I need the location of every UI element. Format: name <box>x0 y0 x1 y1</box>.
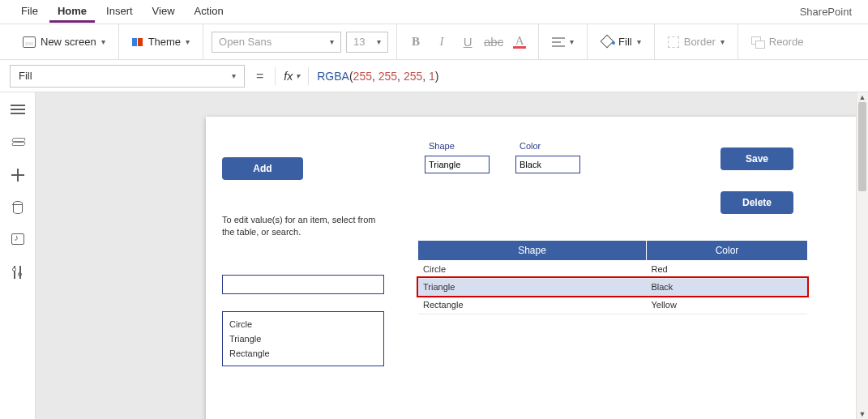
menu-bar: File Home Insert View Action SharePoint <box>0 0 868 24</box>
brand-label: SharePoint <box>800 6 855 18</box>
theme-label: Theme <box>148 36 181 48</box>
reorder-icon <box>751 36 764 48</box>
chevron-down-icon: ▾ <box>186 37 190 46</box>
reorder-button[interactable]: Reorde <box>746 32 809 51</box>
table-row[interactable]: Rectangle Yellow <box>418 296 807 314</box>
left-rail <box>0 92 36 419</box>
strikethrough-button[interactable]: abc <box>483 35 504 49</box>
search-input[interactable] <box>222 275 384 294</box>
equals-label: = <box>253 69 267 83</box>
hamburger-icon[interactable] <box>11 104 25 115</box>
font-size-value: 13 <box>353 36 365 48</box>
underline-button[interactable]: U <box>457 35 478 49</box>
data-table[interactable]: Shape Color Circle Red Triangle Black <box>418 241 807 314</box>
menu-home[interactable]: Home <box>49 2 95 23</box>
chevron-down-icon: ▾ <box>377 37 381 46</box>
border-button[interactable]: Border ▾ <box>663 32 729 51</box>
border-icon <box>668 36 679 48</box>
font-color-button[interactable]: A <box>509 35 530 49</box>
ribbon: New screen ▾ Theme ▾ Open Sans ▾ 13 ▾ B … <box>0 24 868 60</box>
formula-fn: RGBA <box>317 70 349 83</box>
tree-view-icon[interactable] <box>11 136 25 148</box>
menu-bar-items: File Home Insert View Action <box>13 2 232 23</box>
property-select[interactable]: Fill ▾ <box>10 65 245 88</box>
app-canvas[interactable]: Add Save Delete Shape Color To edit valu… <box>206 117 868 419</box>
hint-text: To edit value(s) for an item, select fro… <box>222 214 376 238</box>
font-color-swatch <box>513 46 526 49</box>
menu-view[interactable]: View <box>144 2 183 23</box>
fx-button[interactable]: fx ▾ <box>284 70 300 83</box>
scroll-thumb[interactable] <box>858 102 866 191</box>
formula-input[interactable]: RGBA(255, 255, 255, 1) <box>317 70 858 83</box>
border-label: Border <box>684 36 716 48</box>
col-header-shape[interactable]: Shape <box>418 241 646 260</box>
fill-icon <box>601 36 614 48</box>
insert-icon[interactable] <box>11 169 25 180</box>
shape-field-label: Shape <box>429 141 455 151</box>
scroll-up-icon[interactable]: ▲ <box>857 93 868 101</box>
align-button[interactable]: ▾ <box>547 34 579 50</box>
chevron-down-icon: ▾ <box>720 37 725 46</box>
vertical-scrollbar[interactable]: ▲ ▼ <box>856 92 868 419</box>
fill-button[interactable]: Fill ▾ <box>596 32 646 51</box>
screen-icon <box>23 36 36 48</box>
chevron-down-icon: ▾ <box>637 37 641 46</box>
font-family-select[interactable]: Open Sans ▾ <box>212 32 341 53</box>
shape-listbox[interactable]: Circle Triangle Rectangle <box>222 311 384 366</box>
menu-insert[interactable]: Insert <box>98 2 141 23</box>
add-button[interactable]: Add <box>222 157 303 180</box>
app-preview: Add Save Delete Shape Color To edit valu… <box>206 117 868 419</box>
align-icon <box>552 37 565 47</box>
data-icon[interactable] <box>11 201 25 212</box>
advanced-tools-icon[interactable] <box>11 266 25 277</box>
table-row[interactable]: Circle Red <box>418 260 807 278</box>
new-screen-button[interactable]: New screen ▾ <box>18 32 110 51</box>
chevron-down-icon: ▾ <box>232 71 236 80</box>
canvas-area: Add Save Delete Shape Color To edit valu… <box>36 92 868 419</box>
menu-action[interactable]: Action <box>186 2 232 23</box>
chevron-down-icon: ▾ <box>296 71 300 80</box>
font-size-select[interactable]: 13 ▾ <box>346 32 388 53</box>
list-item[interactable]: Rectangle <box>229 346 377 361</box>
formula-bar: Fill ▾ = fx ▾ RGBA(255, 255, 255, 1) <box>0 60 868 92</box>
save-button[interactable]: Save <box>720 148 793 170</box>
new-screen-label: New screen <box>41 36 96 48</box>
main-area: Add Save Delete Shape Color To edit valu… <box>0 92 868 419</box>
fill-label: Fill <box>618 36 632 48</box>
chevron-down-icon: ▾ <box>570 37 574 46</box>
fx-label: fx <box>284 70 293 83</box>
chevron-down-icon: ▾ <box>101 37 105 46</box>
scroll-down-icon[interactable]: ▼ <box>857 410 868 418</box>
table-row[interactable]: Triangle Black <box>418 278 807 296</box>
color-input[interactable] <box>515 156 580 173</box>
theme-icon <box>132 36 143 48</box>
media-icon[interactable] <box>11 233 24 245</box>
reorder-label: Reorde <box>769 36 804 48</box>
delete-button[interactable]: Delete <box>720 191 793 214</box>
chevron-down-icon: ▾ <box>330 37 334 46</box>
list-item[interactable]: Circle <box>229 317 377 331</box>
theme-button[interactable]: Theme ▾ <box>127 32 195 51</box>
list-item[interactable]: Triangle <box>229 331 377 346</box>
shape-input[interactable] <box>425 156 490 173</box>
font-family-value: Open Sans <box>219 36 272 48</box>
font-color-icon: A <box>515 35 524 46</box>
bold-button[interactable]: B <box>405 35 426 49</box>
italic-button[interactable]: I <box>431 35 452 49</box>
col-header-color[interactable]: Color <box>646 241 807 260</box>
color-field-label: Color <box>520 141 541 151</box>
menu-file[interactable]: File <box>13 2 46 23</box>
property-value: Fill <box>19 70 32 82</box>
